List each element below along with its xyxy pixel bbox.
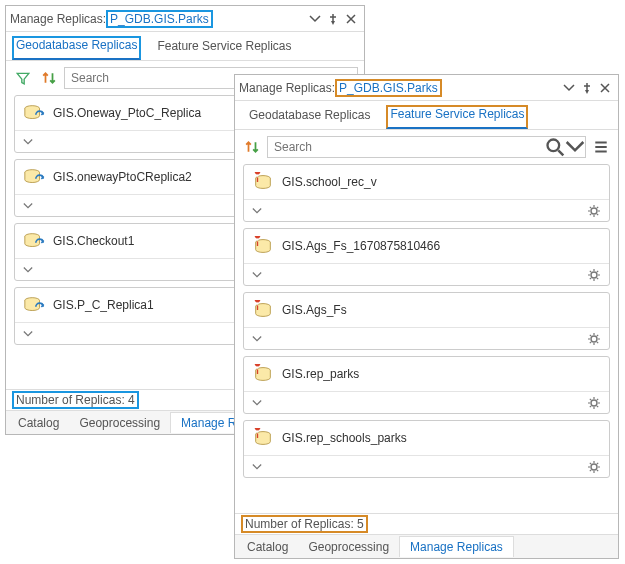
geodatabase-replica-icon [23,102,45,124]
feature-service-replica-icon [252,171,274,193]
close-icon[interactable] [342,10,360,28]
replica-list: GIS.school_rec_v GIS.Ags_Fs_167087581046… [235,164,618,488]
sort-icon[interactable] [241,136,263,158]
geodatabase-replica-icon [23,166,45,188]
chevron-down-icon[interactable] [23,265,33,275]
search-input[interactable] [268,137,545,157]
pin-icon[interactable] [324,10,342,28]
replica-name: GIS.Checkout1 [53,234,134,248]
options-dropdown-icon[interactable] [560,79,578,97]
geodatabase-replica-icon [23,294,45,316]
pin-icon[interactable] [578,79,596,97]
footer-tab-catalog[interactable]: Catalog [8,413,69,433]
title-label: Manage Replicas: [239,81,335,95]
chevron-down-icon[interactable] [252,462,262,472]
title-bar: Manage Replicas: P_GDB.GIS.Parks [235,75,618,101]
manage-replicas-pane-right: Manage Replicas: P_GDB.GIS.Parks Geodata… [234,74,619,559]
footer-tab-catalog[interactable]: Catalog [237,537,298,557]
search-box [267,136,586,158]
chevron-down-icon[interactable] [252,270,262,280]
title-label: Manage Replicas: [10,12,106,26]
chevron-down-icon[interactable] [23,329,33,339]
gear-icon[interactable] [587,332,601,346]
chevron-down-icon[interactable] [252,398,262,408]
replica-name: GIS.onewayPtoCReplica2 [53,170,192,184]
title-value: P_GDB.GIS.Parks [106,10,213,28]
gear-icon[interactable] [587,460,601,474]
replica-name: GIS.school_rec_v [282,175,377,189]
sort-icon[interactable] [38,67,60,89]
tab-feature-service-replicas[interactable]: Feature Service Replicas [386,105,528,129]
replica-name: GIS.Oneway_PtoC_Replica [53,106,201,120]
footer-tabs: Catalog Geoprocessing Manage Replicas [235,534,618,558]
filter-icon[interactable] [12,67,34,89]
tab-geodatabase-replicas[interactable]: Geodatabase Replicas [241,105,378,129]
toolbar [235,130,618,164]
footer-tab-geoprocessing[interactable]: Geoprocessing [69,413,170,433]
chevron-down-icon[interactable] [23,137,33,147]
title-value: P_GDB.GIS.Parks [335,79,442,97]
gear-icon[interactable] [587,396,601,410]
replica-item[interactable]: GIS.Ags_Fs_1670875810466 [243,228,610,286]
gear-icon[interactable] [587,204,601,218]
title-bar: Manage Replicas: P_GDB.GIS.Parks [6,6,364,32]
status-label: Number of Replicas: [16,393,128,407]
replica-item[interactable]: GIS.Ags_Fs [243,292,610,350]
status-count: 4 [128,393,135,407]
feature-service-replica-icon [252,363,274,385]
close-icon[interactable] [596,79,614,97]
chevron-down-icon[interactable] [252,334,262,344]
geodatabase-replica-icon [23,230,45,252]
tab-row: Geodatabase Replicas Feature Service Rep… [6,32,364,61]
tab-geodatabase-replicas[interactable]: Geodatabase Replicas [12,36,141,60]
status-count: 5 [357,517,364,531]
footer-tab-geoprocessing[interactable]: Geoprocessing [298,537,399,557]
replica-name: GIS.rep_schools_parks [282,431,407,445]
replica-name: GIS.rep_parks [282,367,359,381]
menu-icon[interactable] [590,136,612,158]
options-dropdown-icon[interactable] [306,10,324,28]
status-label: Number of Replicas: [245,517,357,531]
tab-row: Geodatabase Replicas Feature Service Rep… [235,101,618,130]
replica-name: GIS.P_C_Replica1 [53,298,154,312]
status-bar: Number of Replicas: 5 [235,513,618,534]
tab-feature-service-replicas[interactable]: Feature Service Replicas [149,36,299,60]
chevron-down-icon[interactable] [252,206,262,216]
chevron-down-icon[interactable] [23,201,33,211]
replica-item[interactable]: GIS.rep_parks [243,356,610,414]
feature-service-replica-icon [252,235,274,257]
gear-icon[interactable] [587,268,601,282]
replica-item[interactable]: GIS.school_rec_v [243,164,610,222]
search-dropdown-icon[interactable] [565,137,585,157]
feature-service-replica-icon [252,427,274,449]
footer-tab-manage-replicas[interactable]: Manage Replicas [399,536,514,557]
replica-item[interactable]: GIS.rep_schools_parks [243,420,610,478]
replica-name: GIS.Ags_Fs_1670875810466 [282,239,440,253]
feature-service-replica-icon [252,299,274,321]
search-icon[interactable] [545,137,565,157]
replica-name: GIS.Ags_Fs [282,303,347,317]
